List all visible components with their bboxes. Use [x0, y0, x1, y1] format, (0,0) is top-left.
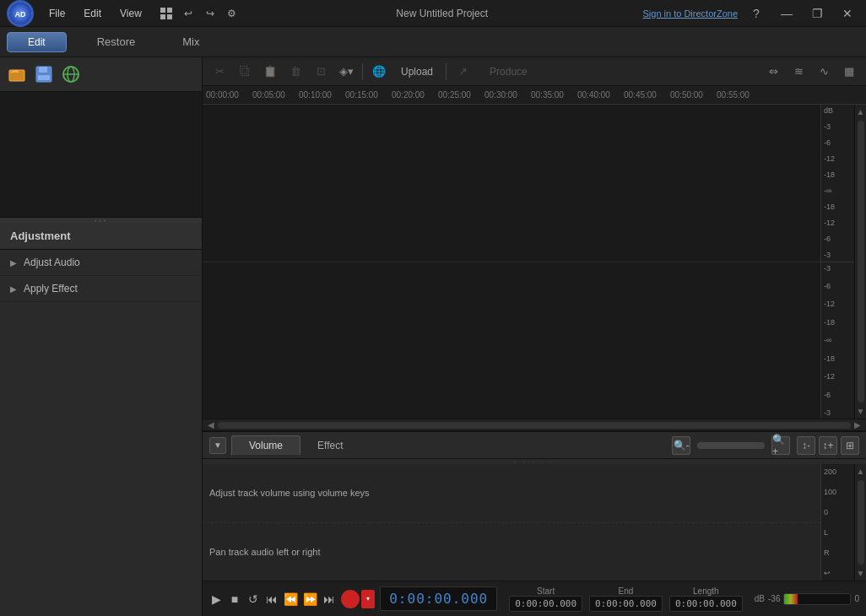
adjust-audio-item[interactable]: ▶ Adjust Audio — [0, 250, 202, 276]
quick-undo[interactable]: ↩ — [179, 4, 198, 23]
db-minus18-2: -18 — [824, 203, 852, 211]
sidebar-file-actions — [0, 57, 202, 92]
db-minus6-2: -6 — [824, 235, 852, 243]
copy-button[interactable]: ⿻ — [233, 61, 257, 83]
db-minus12-2: -12 — [824, 219, 852, 227]
record-button[interactable] — [341, 590, 360, 608]
zoom-slider[interactable] — [697, 442, 765, 449]
grid-view-button[interactable]: ▦ — [837, 61, 861, 83]
delete-button[interactable]: 🗑 — [284, 61, 307, 83]
svg-rect-4 — [160, 14, 165, 19]
quick-toolbar: ↩ ↪ ⚙ — [157, 4, 241, 23]
sidebar: Adjustment ▶ Adjust Audio ▶ Apply Effect — [0, 57, 203, 616]
db-minus18-3: -18 — [824, 318, 852, 327]
apply-effect-item[interactable]: ▶ Apply Effect — [0, 276, 202, 302]
title-actions: Sign in to DirectorZone ? — ❐ ✕ — [643, 5, 860, 22]
maximize-button[interactable]: ❐ — [805, 5, 829, 22]
start-time-value[interactable]: 0:00:00.000 — [509, 596, 582, 612]
effect-tab[interactable]: Effect — [300, 436, 360, 455]
bottom-scroll-track[interactable] — [858, 480, 864, 565]
end-time-label: End — [619, 586, 634, 596]
current-time-display: 0:00:00.000 — [380, 586, 497, 611]
menu-file[interactable]: File — [41, 4, 73, 23]
horizontal-scrollbar[interactable]: ◀ ▶ — [203, 419, 866, 430]
spectrum-view-button[interactable]: ∿ — [812, 61, 836, 83]
zoom-out-button[interactable]: 🔍- — [672, 436, 690, 455]
bottom-scroll-up[interactable]: ▲ — [857, 464, 865, 478]
go-end-button[interactable]: ⏭ — [322, 588, 336, 610]
online-button[interactable] — [59, 62, 83, 86]
minimize-button[interactable]: — — [775, 5, 798, 22]
open-folder-button[interactable] — [5, 62, 29, 86]
panel-arrow-button[interactable]: ▼ — [209, 437, 226, 454]
cut-button[interactable]: ✂ — [208, 61, 231, 83]
save-button[interactable] — [32, 62, 56, 86]
db-minus6-3: -6 — [824, 282, 852, 290]
undo-pan[interactable]: ↩ — [824, 569, 852, 577]
ruler-tick-7: 00:35:00 — [531, 90, 577, 100]
tracks-and-scale: dB -3 -6 -12 -18 -∞ -18 -12 -6 -3 — [203, 105, 866, 419]
menu-edit[interactable]: Edit — [75, 4, 110, 23]
scroll-left-arrow[interactable]: ◀ — [204, 420, 218, 430]
apply-effect-label: Apply Effect — [24, 283, 78, 294]
volume-tab[interactable]: Volume — [231, 435, 300, 455]
h-scroll-track[interactable] — [218, 422, 851, 429]
vol-scale-100: 100 — [824, 488, 852, 496]
svg-rect-8 — [39, 67, 47, 73]
db-zero: 0 — [854, 594, 859, 603]
go-start-button[interactable]: ⏮ — [265, 588, 279, 610]
vol-scale-l: L — [824, 528, 852, 537]
mix-tab[interactable]: Mix — [176, 32, 206, 51]
record-dropdown[interactable]: ▾ — [361, 590, 375, 608]
volume-track-row: Adjust track volume using volume keys — [203, 464, 820, 523]
zoom-in-button[interactable]: 🔍+ — [771, 436, 790, 455]
waveform-view-button[interactable]: ≋ — [787, 61, 810, 83]
volume-dropdown-button[interactable]: ◈▾ — [334, 61, 358, 83]
track-1[interactable] — [203, 105, 820, 262]
db-minus6-4: -6 — [824, 391, 852, 399]
window-title: New Untitled Project — [248, 8, 636, 19]
ruler-tick-0: 00:00:00 — [206, 90, 252, 100]
next-button[interactable]: ⏩ — [303, 588, 317, 610]
help-button[interactable]: ? — [744, 5, 768, 22]
quick-settings[interactable]: ⚙ — [223, 4, 241, 23]
upload-button[interactable]: Upload — [392, 64, 441, 79]
length-time-value[interactable]: 0:00:00.000 — [669, 596, 743, 612]
svg-rect-5 — [167, 14, 172, 19]
quick-tool-grid[interactable] — [157, 4, 176, 23]
close-button[interactable]: ✕ — [836, 5, 859, 22]
restore-tab[interactable]: Restore — [90, 32, 143, 51]
db-minus3-1: -3 — [824, 122, 852, 131]
scroll-down-arrow[interactable]: ▼ — [857, 404, 865, 419]
track-2[interactable] — [203, 262, 820, 419]
scroll-right-arrow[interactable]: ▶ — [851, 420, 864, 430]
share-button[interactable]: ↗ — [451, 61, 474, 83]
menu-view[interactable]: View — [111, 4, 150, 23]
trim-button[interactable]: ⊡ — [309, 61, 333, 83]
end-time-field: End 0:00:00.000 — [589, 586, 663, 612]
bottom-scroll-down[interactable]: ▼ — [857, 566, 865, 581]
stop-button[interactable]: ■ — [228, 588, 241, 610]
v-scroll-track[interactable] — [858, 121, 864, 403]
world-icon-button[interactable]: 🌐 — [367, 61, 391, 83]
quick-redo[interactable]: ↪ — [201, 4, 219, 23]
level-meter-fill — [784, 594, 798, 604]
zoom-vertical-in-button[interactable]: ↕+ — [819, 436, 837, 455]
fit-view-button[interactable]: ⊞ — [841, 436, 859, 455]
loop-button[interactable]: ↺ — [246, 588, 260, 610]
scroll-up-arrow[interactable]: ▲ — [857, 105, 865, 119]
edit-mode-button[interactable]: Edit — [7, 32, 67, 52]
title-bar: AD File Edit View ↩ ↪ ⚙ New Untitled Pro… — [0, 0, 866, 27]
prev-button[interactable]: ⏪ — [284, 588, 298, 610]
vertical-scrollbar[interactable]: ▲ ▼ — [854, 105, 866, 419]
fit-tracks-button[interactable]: ⇔ — [761, 61, 785, 83]
pan-track-row: Pan track audio left or right — [203, 523, 820, 581]
ruler-tick-4: 00:20:00 — [392, 90, 438, 100]
zoom-vertical-out-button[interactable]: ↕- — [797, 436, 815, 455]
paste-button[interactable]: 📋 — [258, 61, 282, 83]
sign-in-link[interactable]: Sign in to DirectorZone — [643, 8, 739, 19]
svg-rect-2 — [160, 8, 165, 13]
play-button[interactable]: ▶ — [209, 588, 223, 610]
ruler-tick-10: 00:50:00 — [670, 90, 717, 100]
end-time-value[interactable]: 0:00:00.000 — [589, 596, 663, 612]
